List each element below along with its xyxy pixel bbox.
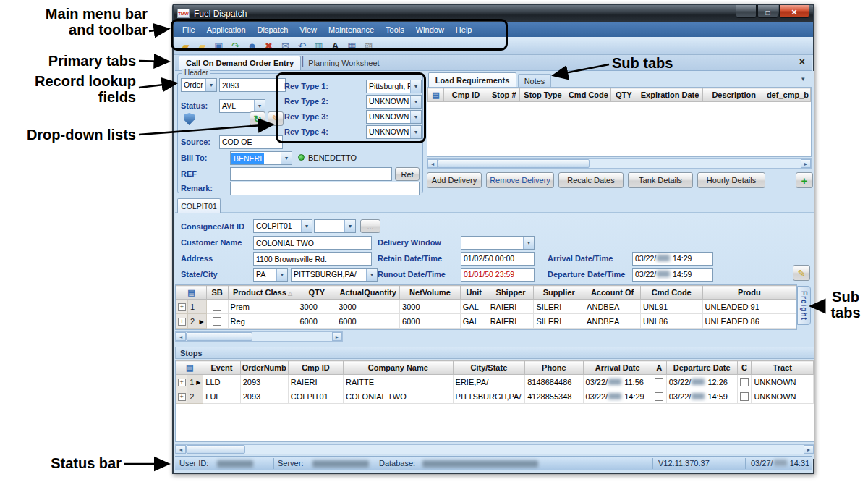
- grid-cell[interactable]: 03/22/ 11:56: [583, 375, 652, 389]
- grid-cell[interactable]: LLD: [203, 375, 240, 389]
- chevron-down-icon[interactable]: [410, 80, 421, 93]
- grid-cell[interactable]: [652, 375, 666, 389]
- order-type-dropdown[interactable]: Order: [181, 78, 217, 92]
- maximize-button[interactable]: [757, 5, 778, 18]
- grid-cell[interactable]: 6000: [336, 314, 400, 329]
- grid-cell[interactable]: [737, 375, 752, 389]
- column-header-def-cmp-b[interactable]: def_cmp_b: [765, 88, 810, 102]
- grid-cell[interactable]: 2093: [240, 375, 288, 389]
- font-icon[interactable]: A: [329, 40, 341, 52]
- refresh-button[interactable]: [250, 111, 265, 126]
- city-dropdown[interactable]: PITTSBURGH,PA/: [291, 268, 378, 282]
- grid-cell[interactable]: 3000: [400, 300, 461, 314]
- grid-cell[interactable]: [206, 314, 228, 329]
- scrollbar-track[interactable]: [245, 445, 804, 454]
- column-header-cmp-id[interactable]: Cmp ID: [288, 361, 343, 375]
- minimize-button[interactable]: [736, 5, 757, 18]
- column-header-unit[interactable]: Unit: [460, 286, 488, 300]
- add-icon-button[interactable]: [796, 172, 813, 188]
- column-header-produ[interactable]: Produ: [702, 286, 796, 300]
- expand-row-icon[interactable]: [178, 393, 186, 401]
- column-header-arrival-date[interactable]: Arrival Date: [583, 361, 652, 375]
- grid-row[interactable]: 2LUL2093COLPIT01COLONIAL TWOPITTSBURGH,P…: [176, 389, 814, 404]
- grid-cell[interactable]: 2093: [240, 389, 288, 404]
- grid-cell[interactable]: UNKNOWN: [752, 389, 814, 404]
- departure-field[interactable]: 03/22/ 14:59: [632, 268, 713, 282]
- grid-cell[interactable]: PITTSBURGH,PA/: [453, 389, 525, 404]
- grid-cell[interactable]: GAL: [460, 314, 488, 329]
- chevron-down-icon[interactable]: [410, 96, 421, 108]
- chevron-down-icon[interactable]: [410, 111, 421, 123]
- chevron-down-icon[interactable]: [366, 269, 377, 281]
- scroll-right-icon[interactable]: [804, 445, 814, 454]
- hourly-details-button[interactable]: Hourly Details: [697, 172, 765, 188]
- column-header-account-of[interactable]: Account Of: [584, 286, 641, 300]
- ref-button[interactable]: Ref: [395, 167, 420, 181]
- menu-view[interactable]: View: [294, 23, 323, 36]
- column-header-netvolume[interactable]: NetVolume: [400, 286, 461, 300]
- chevron-down-icon[interactable]: [344, 220, 355, 232]
- column-header-shipper[interactable]: Shipper: [488, 286, 534, 300]
- grid-cell[interactable]: 03/22/ 14:59: [666, 389, 737, 404]
- checkbox[interactable]: [740, 378, 749, 386]
- column-header-qty[interactable]: QTY: [297, 286, 336, 300]
- grid-tools-icon[interactable]: ▤: [432, 90, 439, 99]
- column-header-event[interactable]: Event: [203, 361, 240, 375]
- grid-row[interactable]: 1Prem300030003000GALRAIERISILERIANDBEAUN…: [176, 300, 796, 314]
- chart-icon[interactable]: ▥: [312, 40, 325, 52]
- grid-cell[interactable]: SILERI: [534, 314, 584, 329]
- chevron-down-icon[interactable]: [276, 269, 287, 281]
- grid-cell[interactable]: 4128855348: [525, 389, 583, 404]
- ref-input[interactable]: [230, 167, 392, 181]
- column-header-description[interactable]: Description: [703, 88, 765, 102]
- expand-row-icon[interactable]: [178, 303, 186, 311]
- grid-cell[interactable]: 6000: [400, 314, 461, 329]
- grid-cell[interactable]: ANDBEA: [584, 300, 641, 314]
- close-button[interactable]: [779, 5, 809, 18]
- tab-freight[interactable]: Freight: [797, 286, 811, 325]
- delivery-window-dropdown[interactable]: [461, 236, 535, 250]
- tab-call-on-demand-order-entry[interactable]: Call On Demand Order Entry: [179, 56, 301, 70]
- retain-field[interactable]: 01/02/50 00:00: [461, 252, 535, 266]
- grid-cell[interactable]: SILERI: [534, 300, 584, 314]
- chevron-down-icon[interactable]: [523, 237, 534, 249]
- grid-cell[interactable]: [206, 300, 228, 314]
- scrollbar-thumb[interactable]: [438, 159, 590, 168]
- column-header-stop-type[interactable]: Stop Type: [520, 88, 566, 102]
- tab-consignee-colpit01[interactable]: COLPIT01: [177, 198, 221, 213]
- more-button[interactable]: ...: [360, 219, 380, 233]
- column-header-cmp-id[interactable]: Cmp ID: [443, 88, 488, 102]
- grid-cell[interactable]: 03/22/ 14:29: [583, 389, 652, 404]
- edit-button[interactable]: [268, 111, 284, 126]
- menu-maintenance[interactable]: Maintenance: [323, 23, 380, 36]
- source-field[interactable]: COD OE: [219, 135, 283, 149]
- column-header-cmd-code[interactable]: Cmd Code: [566, 88, 610, 102]
- grid-cell[interactable]: GAL: [460, 300, 488, 314]
- recalc-dates-button[interactable]: Recalc Dates: [558, 172, 624, 188]
- scroll-right-icon[interactable]: [801, 159, 811, 168]
- user-icon[interactable]: ☻: [246, 40, 258, 52]
- chevron-down-icon[interactable]: [301, 220, 312, 232]
- grid-cell[interactable]: 6000: [297, 314, 336, 329]
- column-header-expiration-date[interactable]: Expiration Date: [637, 88, 703, 102]
- tank-details-button[interactable]: Tank Details: [628, 172, 693, 188]
- settings-icon[interactable]: ▧: [362, 40, 375, 52]
- grid-cell[interactable]: Prem: [228, 300, 297, 314]
- column-header-stop[interactable]: Stop #: [488, 88, 520, 102]
- customer-name-input[interactable]: [253, 236, 372, 250]
- chevron-down-icon[interactable]: [254, 100, 265, 112]
- scroll-left-icon[interactable]: [176, 332, 186, 341]
- delete-icon[interactable]: ✖: [263, 40, 275, 52]
- state-dropdown[interactable]: PA: [253, 268, 288, 282]
- tab-notes[interactable]: Notes: [518, 74, 551, 87]
- mail-icon[interactable]: ✉: [279, 40, 292, 52]
- tab-planning-worksheet[interactable]: Planning Worksheet: [304, 56, 383, 70]
- column-header-actualquantity[interactable]: ActualQuantity: [336, 286, 400, 300]
- remark-input[interactable]: [230, 182, 420, 195]
- load-requirements-scrollbar[interactable]: [427, 158, 812, 169]
- menu-window[interactable]: Window: [410, 23, 450, 36]
- save-icon[interactable]: ▣: [213, 40, 225, 52]
- scroll-right-icon[interactable]: [332, 332, 342, 341]
- consignee-id-dropdown[interactable]: COLPIT01: [253, 219, 312, 233]
- redo-icon[interactable]: ↷: [229, 40, 242, 52]
